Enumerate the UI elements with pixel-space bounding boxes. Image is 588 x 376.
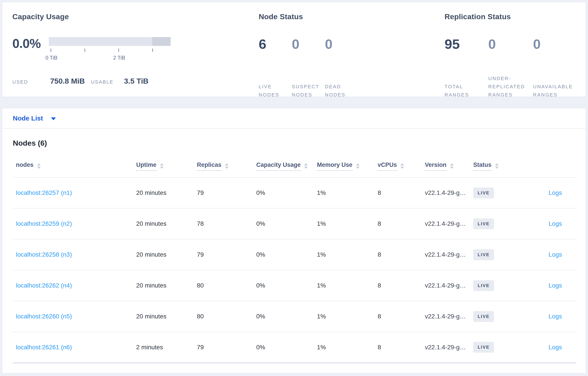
replicas-cell: 79 [194,178,253,208]
node-link[interactable]: localhost:26257 (n1) [16,189,72,196]
sort-icon [400,163,404,169]
memory-use-cell: 1% [314,270,375,301]
node-status-card: Node Status 6 LIVE NODES 0 SUSPECT NODES… [259,12,435,90]
usable-label: USABLE [91,79,114,85]
node-status-card-title: Node Status [259,12,435,21]
stat-value: 0 [292,37,325,51]
status-badge: LIVE [473,188,494,198]
column-header-memory-use[interactable]: Memory Use [314,155,375,178]
version-cell: v22.1.4-29-g… [422,332,470,363]
status-badge: LIVE [473,219,494,229]
node-cell: localhost:26259 (n2) [13,208,133,239]
memory-use-cell: 1% [314,208,375,239]
capacity-bar-other-segment [152,37,171,46]
stat-value: 6 [259,37,292,51]
axis-tick [152,49,153,52]
capacity-gauge: 0.0% 0 TiB 2 TiB [12,37,171,64]
axis-tick-label: 2 TiB [113,55,125,61]
vcpus-cell: 8 [375,270,422,301]
capacity-bar-usable-segment [49,37,152,46]
replicas-cell: 79 [194,239,253,270]
column-header-capacity-usage[interactable]: Capacity Usage [253,155,314,178]
node-list-dropdown-label: Node List [13,115,43,122]
total-ranges-stat: 95 TOTAL RANGES [444,37,488,99]
status-badge: LIVE [473,280,494,291]
version-cell: v22.1.4-29-g… [422,178,470,208]
logs-link[interactable]: Logs [548,344,562,351]
replication-status-card: Replication Status 95 TOTAL RANGES 0 UND… [444,12,581,90]
capacity-percent-value: 0.0% [12,37,49,50]
node-cell: localhost:26258 (n3) [13,239,133,270]
stat-label: UNDER-REPLICATED RANGES [488,74,533,99]
dead-nodes-stat: 0 DEAD NODES [325,37,362,99]
logs-link[interactable]: Logs [548,251,562,258]
logs-cell: Logs [527,208,576,239]
sort-icon [37,163,41,169]
version-cell: v22.1.4-29-g… [422,208,470,239]
stat-value: 0 [325,37,362,51]
column-header-uptime[interactable]: Uptime [133,155,194,178]
vcpus-cell: 8 [375,332,422,363]
table-row: localhost:26261 (n6) 2 minutes 79 0% 1% … [13,332,576,363]
nodes-section: Nodes (6) nodes Uptime Replicas Capacity… [2,139,586,363]
status-cell: LIVE [470,239,527,270]
table-row: localhost:26262 (n4) 20 minutes 80 0% 1%… [13,270,576,301]
column-header-nodes[interactable]: nodes [13,155,133,178]
table-row: localhost:26258 (n3) 20 minutes 79 0% 1%… [13,239,576,270]
sort-icon [304,163,308,169]
logs-link[interactable]: Logs [548,220,562,227]
logs-cell: Logs [527,270,576,301]
nodes-table: nodes Uptime Replicas Capacity Usage Mem… [13,155,576,363]
node-cell: localhost:26262 (n4) [13,270,133,301]
replication-stats: 95 TOTAL RANGES 0 UNDER-REPLICATED RANGE… [444,37,580,99]
node-link[interactable]: localhost:26262 (n4) [16,282,72,289]
table-header-row: nodes Uptime Replicas Capacity Usage Mem… [13,155,576,178]
logs-link[interactable]: Logs [548,313,562,320]
column-header-version[interactable]: Version [422,155,470,178]
used-value: 750.8 MiB [50,77,85,85]
memory-use-cell: 1% [314,332,375,363]
suspect-nodes-stat: 0 SUSPECT NODES [292,37,325,99]
column-header-status[interactable]: Status [470,155,527,178]
node-link[interactable]: localhost:26259 (n2) [16,220,72,227]
usable-value: 3.5 TiB [124,77,148,85]
capacity-footer: USED 750.8 MiB USABLE 3.5 TiB [12,77,148,85]
sort-icon [450,163,454,169]
node-link[interactable]: localhost:26258 (n3) [16,251,72,258]
capacity-axis: 0 TiB 2 TiB [49,49,171,64]
logs-link[interactable]: Logs [548,282,562,289]
nodes-heading: Nodes (6) [13,139,575,147]
node-link[interactable]: localhost:26260 (n5) [16,313,72,320]
replicas-cell: 79 [194,332,253,363]
node-link[interactable]: localhost:26261 (n6) [16,344,72,351]
column-header-vcpus[interactable]: vCPUs [375,155,422,178]
status-badge: LIVE [473,311,494,322]
axis-tick [118,49,119,52]
table-row: localhost:26257 (n1) 20 minutes 79 0% 1%… [13,178,576,208]
version-cell: v22.1.4-29-g… [422,301,470,332]
logs-cell: Logs [527,178,576,208]
version-cell: v22.1.4-29-g… [422,270,470,301]
status-badge: LIVE [473,249,494,260]
capacity-usage-cell: 0% [253,332,314,363]
chevron-down-icon [51,117,56,120]
status-cell: LIVE [470,270,527,301]
vcpus-cell: 8 [375,208,422,239]
node-cell: localhost:26260 (n5) [13,301,133,332]
capacity-usage-card: Capacity Usage 0.0% 0 TiB 2 TiB USED [12,12,251,90]
under-replicated-ranges-stat: 0 UNDER-REPLICATED RANGES [488,37,533,99]
logs-link[interactable]: Logs [548,189,562,196]
node-list-dropdown[interactable]: Node List [2,108,586,129]
stat-label: LIVE NODES [259,83,286,99]
axis-tick [51,49,51,52]
vcpus-cell: 8 [375,178,422,208]
live-nodes-stat: 6 LIVE NODES [259,37,292,99]
status-cell: LIVE [470,178,527,208]
capacity-bar [49,37,171,46]
logs-cell: Logs [527,239,576,270]
capacity-card-title: Capacity Usage [12,12,251,21]
column-header-replicas[interactable]: Replicas [194,155,253,178]
unavailable-ranges-stat: 0 UNAVAILABLE RANGES [533,37,580,99]
vcpus-cell: 8 [375,301,422,332]
uptime-cell: 20 minutes [133,178,194,208]
